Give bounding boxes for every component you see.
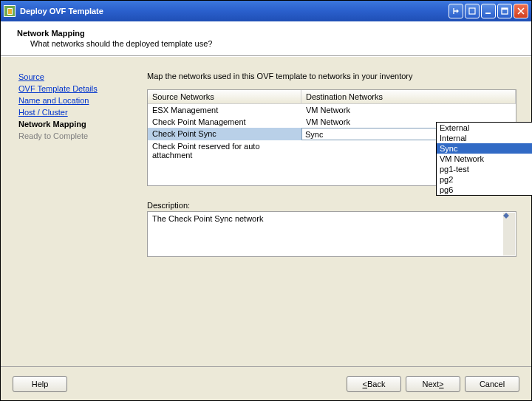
destination-network-cell[interactable]: VM Network	[301, 104, 516, 116]
instruction-text: Map the networks used in this OVF templa…	[147, 72, 516, 80]
page-title: Network Mapping	[17, 29, 519, 38]
wizard-step-2[interactable]: Name and Location	[18, 95, 120, 106]
deploy-ovf-window: Deploy OVF Template Network Mapping What…	[0, 0, 532, 401]
wizard-step-1[interactable]: OVF Template Details	[18, 83, 120, 94]
wizard-step-4: Network Mapping	[18, 119, 120, 129]
help-button[interactable]: Help	[13, 376, 67, 392]
close-icon[interactable]	[514, 4, 528, 18]
description-scrollbar[interactable]	[503, 213, 515, 256]
maximize-icon[interactable]	[497, 4, 512, 18]
table-row[interactable]: ESX ManagementVM Network	[148, 104, 516, 116]
description-box: The Check Point Sync network	[147, 211, 516, 257]
window-title: Deploy OVF Template	[20, 7, 449, 16]
description-label: Description:	[147, 201, 516, 210]
back-button[interactable]: < Back	[347, 376, 401, 392]
dropdown-option[interactable]: pg6	[437, 185, 532, 195]
dropdown-option[interactable]: Internal	[437, 133, 532, 143]
wizard-footer: Help < Back Next > Cancel	[1, 366, 531, 400]
cancel-button[interactable]: Cancel	[465, 376, 519, 392]
wizard-header: Network Mapping What networks should the…	[1, 21, 531, 55]
arrange-left-icon[interactable]	[449, 4, 463, 18]
source-network-cell: Check Point reserved for auto attachment	[148, 140, 301, 161]
wizard-step-5: Ready to Complete	[18, 131, 120, 141]
minimize-icon[interactable]	[481, 4, 496, 18]
titlebar: Deploy OVF Template	[1, 1, 531, 21]
col-destination-networks[interactable]: Destination Networks	[301, 90, 516, 103]
source-network-cell: Check Point Management	[148, 116, 301, 128]
next-button[interactable]: Next >	[406, 376, 460, 392]
destination-dropdown-list[interactable]: ExternalInternalSyncVM Networkpg1-testpg…	[436, 122, 532, 196]
dropdown-options: ExternalInternalSyncVM Networkpg1-testpg…	[437, 123, 532, 195]
app-icon	[4, 5, 16, 17]
col-source-networks[interactable]: Source Networks	[148, 90, 301, 103]
page-subtitle: What networks should the deployed templa…	[30, 39, 519, 48]
svg-rect-3	[502, 8, 508, 10]
dropdown-option[interactable]: VM Network	[437, 154, 532, 164]
grid-header: Source Networks Destination Networks	[148, 90, 516, 104]
source-network-cell: ESX Management	[148, 104, 301, 116]
dropdown-option[interactable]: pg1-test	[437, 164, 532, 174]
dropdown-option[interactable]: pg2	[437, 174, 532, 185]
source-network-cell: Check Point Sync	[148, 128, 301, 140]
dropdown-option[interactable]: Sync	[437, 143, 532, 154]
wizard-step-0[interactable]: Source	[18, 72, 120, 82]
main-panel: Map the networks used in this OVF templa…	[126, 57, 531, 366]
dropdown-option[interactable]: External	[437, 123, 532, 133]
wizard-body: SourceOVF Template DetailsName and Locat…	[1, 56, 531, 366]
scroll-down-icon[interactable]	[503, 216, 515, 219]
wizard-steps: SourceOVF Template DetailsName and Locat…	[1, 57, 126, 366]
svg-rect-1	[485, 13, 491, 14]
svg-rect-0	[469, 8, 475, 14]
arrange-right-icon[interactable]	[465, 4, 480, 18]
wizard-step-3[interactable]: Host / Cluster	[18, 107, 120, 117]
description-text: The Check Point Sync network	[152, 214, 263, 223]
window-controls	[449, 4, 528, 18]
